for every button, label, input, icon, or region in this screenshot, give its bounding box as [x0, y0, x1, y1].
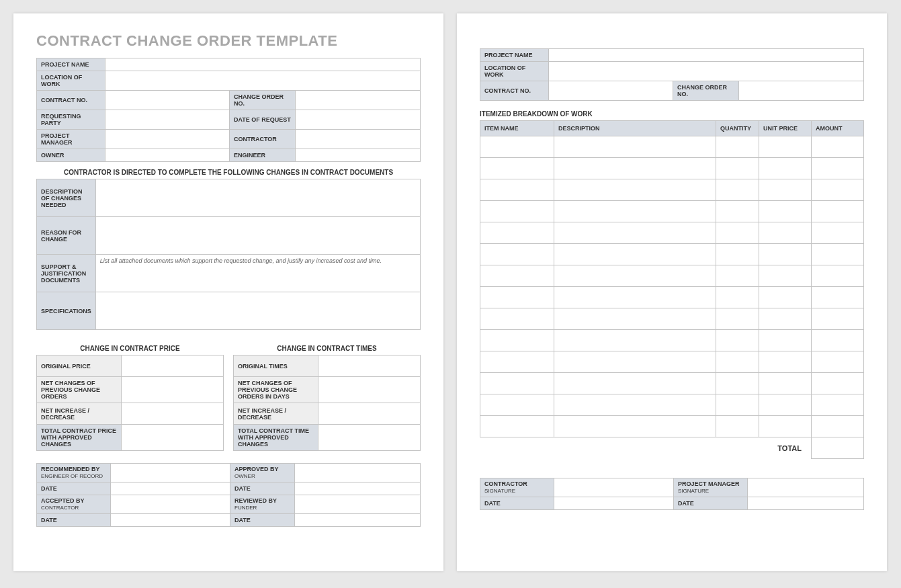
field-date-1[interactable] [111, 482, 230, 495]
label-times-total: TOTAL CONTRACT TIME WITH APPROVED CHANGE… [234, 425, 318, 451]
field-reason-change[interactable] [95, 217, 420, 255]
field-contractor-sig[interactable] [554, 478, 674, 497]
label-approved-by: APPROVED BY OWNER [230, 464, 295, 482]
field-reviewed-by[interactable] [295, 495, 421, 514]
label-date-p2-1: DATE [480, 497, 554, 510]
itemized-title: ITEMIZED BREAKDOWN OF WORK [480, 110, 864, 118]
field-description-changes[interactable] [95, 179, 420, 217]
label-date-2: DATE [230, 482, 295, 495]
label-contractor: CONTRACTOR [230, 130, 296, 149]
label-location-of-work: LOCATION OF WORK [37, 71, 105, 91]
label-date-of-request: DATE OF REQUEST [230, 110, 296, 130]
itemized-table: ITEM NAME DESCRIPTION QUANTITY UNIT PRIC… [480, 120, 864, 459]
document-title: CONTRACT CHANGE ORDER TEMPLATE [36, 32, 421, 50]
field-approved-by[interactable] [295, 464, 421, 482]
col-quantity: QUANTITY [716, 121, 759, 136]
field-date-4[interactable] [295, 514, 421, 527]
label-requesting-party: REQUESTING PARTY [37, 110, 105, 130]
label-reviewed-by: REVIEWED BY FUNDER [230, 495, 295, 514]
label-price-total: TOTAL CONTRACT PRICE WITH APPROVED CHANG… [37, 425, 122, 451]
col-description: DESCRIPTION [554, 121, 716, 136]
field-contract-no-p2[interactable] [549, 81, 673, 101]
field-recommended-by[interactable] [111, 464, 230, 482]
header-table: PROJECT NAME LOCATION OF WORK CONTRACT N… [36, 58, 421, 162]
signatures-page1: RECOMMENDED BY ENGINEER OF RECORD APPROV… [36, 463, 421, 527]
field-price-net-prev[interactable] [122, 377, 224, 403]
field-requesting-party[interactable] [105, 110, 230, 130]
field-project-manager[interactable] [105, 130, 230, 149]
times-table: ORIGINAL TIMES NET CHANGES OF PREVIOUS C… [233, 355, 421, 451]
item-row[interactable] [480, 394, 864, 416]
field-date-p2-2[interactable] [748, 497, 864, 510]
label-contract-no-p2: CONTRACT NO. [480, 81, 549, 101]
item-row[interactable] [480, 287, 864, 308]
field-price-total[interactable] [122, 425, 224, 451]
field-pm-sig[interactable] [748, 478, 864, 497]
field-date-3[interactable] [111, 514, 230, 527]
label-date-1: DATE [37, 482, 111, 495]
field-date-2[interactable] [295, 482, 421, 495]
item-row[interactable] [480, 222, 864, 244]
item-row[interactable] [480, 308, 864, 330]
field-change-order-no[interactable] [296, 91, 421, 110]
item-row[interactable] [480, 330, 864, 351]
label-contractor-sig: CONTRACTOR SIGNATURE [480, 478, 554, 497]
field-price-net-inc[interactable] [122, 403, 224, 425]
field-project-name[interactable] [105, 58, 421, 71]
label-price-net-inc: NET INCREASE / DECREASE [37, 403, 122, 425]
field-times-net-prev[interactable] [318, 377, 421, 403]
label-reason-change: REASON FOR CHANGE [37, 217, 96, 255]
field-date-of-request[interactable] [296, 110, 421, 130]
field-original-price[interactable] [122, 355, 224, 377]
field-accepted-by[interactable] [111, 495, 230, 514]
label-project-manager: PROJECT MANAGER [37, 130, 105, 149]
field-location-of-work[interactable] [105, 71, 421, 91]
field-date-p2-1[interactable] [554, 497, 674, 510]
item-row[interactable] [480, 244, 864, 265]
item-row[interactable] [480, 351, 864, 373]
field-times-net-inc[interactable] [318, 403, 421, 425]
label-pm-sig: PROJECT MANAGER SIGNATURE [674, 478, 748, 497]
field-specifications[interactable] [95, 292, 420, 330]
directive-title: CONTRACTOR IS DIRECTED TO COMPLETE THE F… [36, 169, 421, 176]
field-engineer[interactable] [296, 149, 421, 162]
field-times-total[interactable] [318, 425, 421, 451]
item-row[interactable] [480, 179, 864, 201]
field-original-times[interactable] [318, 355, 421, 377]
label-project-name-p2: PROJECT NAME [480, 49, 549, 62]
label-project-name: PROJECT NAME [37, 58, 105, 71]
field-change-order-no-p2[interactable] [739, 81, 864, 101]
total-amount[interactable] [812, 437, 864, 459]
field-owner[interactable] [105, 149, 230, 162]
field-location-p2[interactable] [549, 62, 864, 81]
label-original-price: ORIGINAL PRICE [37, 355, 122, 377]
label-location-p2: LOCATION OF WORK [480, 62, 549, 81]
page-2: PROJECT NAME LOCATION OF WORK CONTRACT N… [457, 13, 887, 571]
header-table-p2: PROJECT NAME LOCATION OF WORK CONTRACT N… [480, 48, 864, 101]
label-recommended-by: RECOMMENDED BY ENGINEER OF RECORD [37, 464, 111, 482]
field-contract-no[interactable] [105, 91, 230, 110]
field-contractor[interactable] [296, 130, 421, 149]
label-engineer: ENGINEER [230, 149, 296, 162]
label-accepted-by: ACCEPTED BY CONTRACTOR [37, 495, 111, 514]
field-project-name-p2[interactable] [549, 49, 864, 62]
col-unit-price: UNIT PRICE [759, 121, 812, 136]
label-times-net-inc: NET INCREASE / DECREASE [234, 403, 318, 425]
label-price-net-prev: NET CHANGES OF PREVIOUS CHANGE ORDERS [37, 377, 122, 403]
label-support-docs: SUPPORT & JUSTIFICATION DOCUMENTS [37, 255, 96, 292]
label-specifications: SPECIFICATIONS [37, 292, 96, 330]
label-change-order-no: CHANGE ORDER NO. [230, 91, 296, 110]
label-change-order-no-p2: CHANGE ORDER NO. [673, 81, 739, 101]
item-row[interactable] [480, 265, 864, 287]
item-row[interactable] [480, 201, 864, 222]
label-date-4: DATE [230, 514, 295, 527]
label-description-changes: DESCRIPTION OF CHANGES NEEDED [37, 179, 96, 217]
item-row[interactable] [480, 416, 864, 437]
item-row[interactable] [480, 136, 864, 158]
col-amount: AMOUNT [812, 121, 864, 136]
item-row[interactable] [480, 373, 864, 394]
times-title: CHANGE IN CONTRACT TIMES [233, 345, 421, 352]
changes-table: DESCRIPTION OF CHANGES NEEDED REASON FOR… [36, 179, 421, 330]
hint-support-docs[interactable]: List all attached documents which suppor… [95, 255, 420, 292]
item-row[interactable] [480, 158, 864, 179]
